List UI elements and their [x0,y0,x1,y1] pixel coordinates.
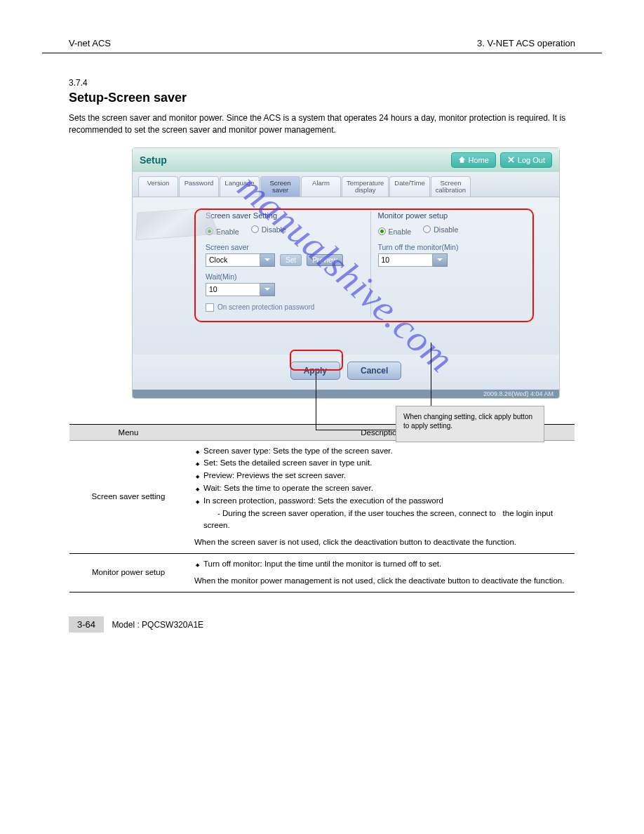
page-number: 3-64 [69,616,104,633]
preview-button[interactable]: Preview [307,254,343,266]
table-header-menu: Menu [69,424,187,440]
password-checkbox[interactable] [206,303,214,312]
screen-saver-pane: Screen saver Setting Enable Disable Scre… [199,211,370,317]
callout-line-apply [316,373,316,430]
screen-saver-title: Screen saver Setting [206,211,363,220]
status-bar: 2009.8.26(Wed) 4:04 AM [133,390,559,398]
footer: 3-64 Model : PQCSW320A1E [42,616,602,633]
monitor-power-pane: Monitor power setup Enable Disable Turn … [370,211,543,317]
tab-version[interactable]: Version [138,176,178,197]
section-intro: Sets the screen saver and monitor power.… [69,112,575,136]
chevron-down-icon[interactable] [260,253,275,267]
window-title: Setup [140,154,447,166]
section-number: 3.7.4 [69,78,575,88]
radio-on-icon [378,227,386,235]
home-icon [458,156,466,164]
logout-button[interactable]: Log Out [500,152,552,168]
tab-alarm[interactable]: Alarm [301,176,341,197]
ss-disable-radio[interactable]: Disable [251,225,286,234]
row-desc: Screen saver type: Sets the type of the … [187,440,575,554]
callout-line-monitor [431,343,431,406]
titlebar: Setup Home Log Out [133,148,559,172]
tab-screen-saver[interactable]: Screen saver [260,176,300,197]
row-desc: Turn off monitor: Input the time until t… [187,554,575,593]
tab-strip: Version Password Language Screen saver A… [133,172,559,197]
table-row: Screen saver setting Screen saver type: … [69,440,575,554]
header-rule [42,53,602,53]
tab-password[interactable]: Password [179,176,219,197]
section-title: Setup-Screen saver [69,91,575,105]
mp-enable-radio[interactable]: Enable [378,227,412,236]
home-button[interactable]: Home [451,152,496,168]
button-bar: Apply Cancel [133,355,559,390]
radio-off-icon [251,225,259,233]
callout-apply-text: When changing setting, click apply butto… [403,412,537,430]
row-menu: Screen saver setting [69,440,187,554]
tab-temperature-display[interactable]: Temperature display [342,176,389,197]
turnoff-combo[interactable] [378,253,448,267]
screen-saver-label: Screen saver [206,243,363,251]
tab-language[interactable]: Language [220,176,260,197]
tab-date-time[interactable]: Date/Time [389,176,429,197]
header-left: V-net ACS [69,38,111,48]
screen-saver-input[interactable] [206,253,260,267]
mp-disable-radio[interactable]: Disable [423,225,458,234]
radio-off-icon [423,225,431,233]
wait-input[interactable] [206,283,260,296]
wait-label: Wait(Min) [206,272,363,281]
callout-hline-apply [316,430,396,430]
tab-screen-calibration[interactable]: Screen calibration [431,176,471,197]
callout-box: When changing setting, click apply butto… [396,406,544,442]
table-row: Monitor power setup Turn off monitor: In… [69,554,575,593]
monitor-power-title: Monitor power setup [378,211,536,220]
close-icon [507,156,515,164]
turnoff-label: Turn off the monitor(Min) [378,243,536,251]
password-checkbox-label: On screen protection password [217,303,314,311]
footer-model: Model : PQCSW320A1E [112,620,203,630]
set-button[interactable]: Set [280,254,302,266]
chevron-down-icon[interactable] [433,253,448,267]
screen-saver-combo[interactable] [206,253,275,267]
turnoff-input[interactable] [378,253,433,267]
wait-combo[interactable] [206,283,275,296]
app-window: Setup Home Log Out Version Password Lang… [132,147,560,399]
description-table: Menu Description Screen saver setting Sc… [69,424,575,593]
row-menu: Monitor power setup [69,554,187,593]
header-right: 3. V-NET ACS operation [477,38,575,48]
content-area: Screen saver Setting Enable Disable Scre… [133,197,559,355]
cancel-button[interactable]: Cancel [347,362,401,380]
chevron-down-icon[interactable] [260,283,275,296]
device-illustration [135,208,218,240]
